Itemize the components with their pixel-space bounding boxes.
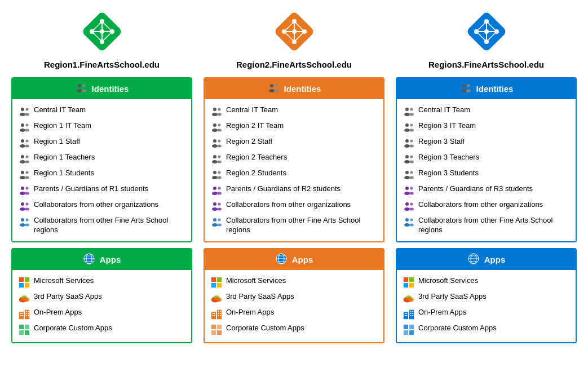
svg-point-205 bbox=[404, 223, 410, 227]
app-text: On-Prem Apps bbox=[418, 308, 570, 317]
svg-point-45 bbox=[25, 208, 29, 211]
svg-rect-134 bbox=[211, 277, 216, 282]
svg-point-16 bbox=[82, 85, 85, 87]
identity-text: Collaborators from other organizations bbox=[34, 200, 185, 210]
svg-point-201 bbox=[404, 207, 410, 211]
svg-rect-56 bbox=[25, 277, 29, 282]
svg-point-179 bbox=[409, 113, 414, 116]
svg-point-14 bbox=[78, 84, 81, 87]
svg-rect-73 bbox=[26, 315, 27, 316]
svg-rect-137 bbox=[217, 283, 222, 287]
svg-rect-224 bbox=[406, 313, 407, 314]
svg-point-15 bbox=[77, 89, 82, 92]
svg-point-191 bbox=[409, 161, 414, 163]
svg-point-128 bbox=[217, 224, 222, 227]
svg-rect-157 bbox=[217, 330, 222, 335]
app-text: Corporate Custom Apps bbox=[34, 324, 185, 333]
identities-label-3: Identities bbox=[476, 84, 514, 94]
identity-icon bbox=[403, 184, 415, 197]
identity-icon bbox=[403, 169, 415, 181]
apps-header-1: Apps bbox=[12, 249, 191, 270]
identity-text: Region 2 IT Team bbox=[226, 121, 378, 131]
identity-icon bbox=[18, 121, 30, 134]
app-text: 3rd Party SaaS Apps bbox=[34, 292, 185, 302]
svg-point-202 bbox=[410, 203, 413, 206]
svg-point-195 bbox=[409, 176, 414, 179]
app-text: Microsoft Services bbox=[418, 276, 570, 286]
identity-text: Central IT Team bbox=[226, 105, 378, 115]
list-item: On-Prem Apps bbox=[210, 306, 378, 322]
identity-icon bbox=[210, 121, 223, 134]
app-icon bbox=[18, 324, 30, 336]
svg-point-197 bbox=[404, 192, 410, 195]
region-title-1: Region1.FineArtsSchool.edu bbox=[44, 60, 160, 69]
svg-rect-136 bbox=[211, 283, 216, 287]
svg-point-37 bbox=[25, 176, 29, 179]
apps-header-2: Apps bbox=[205, 249, 383, 270]
svg-point-204 bbox=[405, 218, 409, 222]
svg-point-177 bbox=[404, 113, 410, 116]
svg-rect-150 bbox=[218, 313, 219, 314]
app-text: 3rd Party SaaS Apps bbox=[418, 292, 570, 302]
svg-point-47 bbox=[20, 223, 25, 227]
identity-icon bbox=[403, 105, 415, 118]
region-logo-2 bbox=[274, 11, 315, 54]
svg-point-111 bbox=[218, 156, 221, 158]
identity-text: Region 1 Staff bbox=[34, 137, 185, 147]
svg-point-119 bbox=[218, 187, 221, 190]
identity-icon bbox=[403, 200, 415, 213]
identity-text: Region 1 IT Team bbox=[34, 121, 185, 131]
identity-icon bbox=[210, 137, 223, 149]
app-icon bbox=[18, 308, 30, 320]
svg-point-107 bbox=[218, 140, 221, 143]
list-item: Parents / Guardians of R2 students bbox=[210, 183, 378, 198]
group-icon-2 bbox=[267, 82, 280, 96]
svg-point-102 bbox=[212, 129, 218, 132]
svg-point-20 bbox=[26, 108, 29, 111]
identities-card-2: Identities Central IT Team Region 2 IT T… bbox=[204, 77, 384, 242]
globe-icon-3 bbox=[467, 253, 480, 267]
identity-text: Collaborators from other Fine Arts Schoo… bbox=[226, 216, 378, 235]
list-item: Central IT Team bbox=[403, 104, 570, 120]
app-text: On-Prem Apps bbox=[34, 308, 185, 317]
svg-point-103 bbox=[218, 124, 221, 127]
svg-point-31 bbox=[20, 160, 25, 163]
svg-point-185 bbox=[404, 144, 410, 148]
identity-icon bbox=[403, 153, 415, 165]
svg-rect-155 bbox=[217, 325, 222, 329]
main-container: Region1.FineArtsSchool.edu Identities Ce… bbox=[11, 11, 577, 343]
svg-rect-234 bbox=[409, 325, 414, 329]
list-item: Region 1 IT Team bbox=[18, 120, 185, 135]
region-col-2: Region2.FineArtsSchool.edu Identities Ce… bbox=[204, 11, 384, 343]
list-item: Region 3 Teachers bbox=[403, 151, 570, 167]
app-text: On-Prem Apps bbox=[226, 308, 378, 317]
svg-rect-74 bbox=[28, 315, 29, 316]
apps-card-2: Apps Microsoft Services 3rd Party SaaS A… bbox=[204, 248, 384, 343]
svg-rect-55 bbox=[19, 277, 24, 282]
svg-point-48 bbox=[26, 219, 29, 222]
svg-rect-77 bbox=[19, 330, 24, 335]
svg-point-43 bbox=[20, 207, 25, 211]
region-logo-1 bbox=[82, 11, 122, 54]
identities-header-3: Identities bbox=[397, 78, 576, 99]
svg-rect-215 bbox=[404, 283, 408, 287]
svg-point-106 bbox=[212, 144, 218, 148]
identity-icon bbox=[18, 153, 30, 165]
identity-text: Region 3 Students bbox=[418, 169, 570, 178]
svg-point-18 bbox=[21, 108, 24, 111]
svg-point-35 bbox=[20, 176, 25, 179]
svg-rect-72 bbox=[28, 313, 29, 314]
svg-rect-65 bbox=[20, 313, 21, 314]
list-item: Corporate Custom Apps bbox=[18, 322, 185, 338]
svg-rect-147 bbox=[214, 315, 215, 316]
svg-point-206 bbox=[410, 219, 413, 222]
list-item: Central IT Team bbox=[210, 104, 378, 120]
globe-icon-1 bbox=[83, 253, 95, 267]
svg-rect-75 bbox=[19, 325, 24, 329]
apps-label-3: Apps bbox=[484, 255, 506, 264]
app-icon bbox=[403, 276, 415, 289]
identities-body-1: Central IT Team Region 1 IT Team Region … bbox=[12, 99, 191, 241]
identity-icon bbox=[403, 216, 415, 228]
globe-icon-2 bbox=[275, 253, 288, 267]
identities-card-3: Identities Central IT Team Region 3 IT T… bbox=[396, 77, 577, 242]
